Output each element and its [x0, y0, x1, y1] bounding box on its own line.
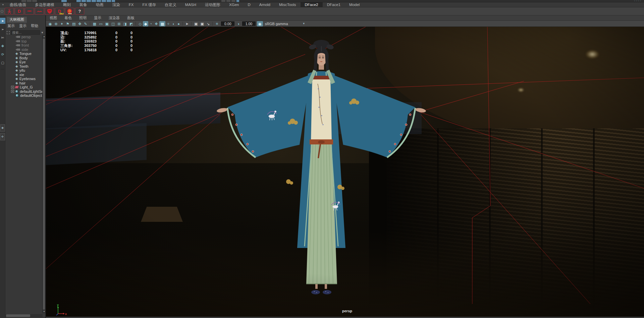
tab-cell[interactable] — [221, 0, 225, 2]
outliner-item[interactable]: ◈Teeth — [5, 64, 42, 69]
expand-icon[interactable]: + — [11, 90, 14, 93]
outliner-item[interactable]: ◈yifu — [5, 68, 42, 73]
field-chart-icon[interactable]: ⊞ — [116, 21, 122, 26]
tab-cell[interactable] — [231, 0, 235, 2]
menu-dface1[interactable]: DFace1 — [323, 2, 345, 7]
vp-menu-lighting[interactable]: 照明 — [75, 15, 90, 20]
outliner-vertical-scrollbar[interactable]: ▲ ▼ — [42, 35, 45, 313]
outliner-horizontal-scrollbar[interactable] — [5, 314, 43, 317]
outliner-item[interactable]: ◈Tongue — [5, 52, 42, 56]
outliner-item[interactable]: ◈Eye — [5, 60, 42, 64]
safe-title-icon[interactable]: ◩ — [128, 21, 134, 26]
camera-attributes-icon[interactable]: ✦ — [59, 21, 65, 26]
tab-cell-active[interactable] — [107, 0, 111, 2]
vp-menu-shading[interactable]: 着色 — [61, 15, 75, 20]
tab-cell-active[interactable] — [87, 0, 91, 2]
menu-sculpt[interactable]: 雕刻 — [59, 2, 75, 7]
resize-icon[interactable]: ↘ — [205, 21, 211, 26]
outliner-item[interactable]: persp — [5, 35, 42, 39]
menu-misctools[interactable]: MiscTools — [275, 2, 300, 7]
menu-curves-surfaces[interactable]: 曲线/曲面 — [5, 2, 31, 7]
menu-model[interactable]: Model — [345, 2, 364, 7]
outliner-item[interactable]: ◈xie — [5, 73, 42, 77]
isolate-select-icon[interactable]: ➤ — [184, 21, 190, 26]
tab-cell-active[interactable] — [82, 0, 86, 2]
flat-shade-icon[interactable]: ◔ — [148, 21, 153, 26]
layout-single-pane-button[interactable]: ❖ — [0, 124, 5, 132]
outliner-item[interactable]: +Light_G — [5, 85, 42, 89]
menu-fx[interactable]: FX — [124, 2, 138, 7]
tab-cell-active[interactable] — [112, 0, 115, 2]
scrollbar-thumb[interactable] — [43, 39, 45, 310]
wireframe-icon[interactable]: ◇ — [137, 21, 143, 26]
film-gate-icon[interactable]: ▭ — [98, 21, 104, 26]
expand-icon[interactable]: + — [11, 86, 14, 89]
window-handle-icon[interactable]: ● — [1, 3, 5, 6]
dface-d-button[interactable]: D — [15, 8, 24, 15]
shaded-icon[interactable]: ◆ — [143, 21, 148, 26]
vp-menu-panels[interactable]: 面板 — [123, 15, 138, 20]
menu-d[interactable]: D — [243, 2, 255, 7]
filter-icon[interactable] — [7, 31, 10, 34]
tab-cell-active[interactable] — [61, 0, 67, 2]
grease-pencil-icon[interactable]: ✎ — [83, 21, 89, 26]
tab-cell[interactable] — [27, 0, 32, 2]
menu-rigging[interactable]: 装备 — [75, 2, 92, 7]
color-management-icon[interactable]: ◉ — [257, 21, 263, 26]
use-all-lights-icon[interactable]: ✧ — [165, 21, 171, 26]
menu-dface2[interactable]: DFace2 — [301, 2, 323, 7]
outliner-item[interactable]: side — [5, 48, 42, 52]
menu-animation[interactable]: 动画 — [92, 2, 108, 7]
tab-cell-active[interactable] — [236, 0, 239, 2]
tab-cell-active[interactable] — [102, 0, 106, 2]
dface-badge-button[interactable]: D — [65, 8, 74, 15]
bookmark-icon[interactable]: ⚑ — [65, 21, 71, 26]
grid-icon[interactable]: ▦ — [92, 21, 98, 26]
3d-scene[interactable]: 顶点:17099100 边:32589200 面:15592300 三角形:30… — [46, 27, 644, 317]
menu-custom[interactable]: 自定义 — [160, 2, 181, 7]
outliner-item[interactable]: front — [5, 43, 42, 48]
select-camera-icon[interactable]: ◉ — [47, 21, 53, 26]
menu-rendering[interactable]: 渲染 — [108, 2, 124, 7]
menu-motion-graphics[interactable]: 运动图形 — [201, 2, 225, 7]
scroll-down-icon[interactable]: ▼ — [43, 310, 46, 313]
dface-beard-button[interactable] — [45, 8, 54, 15]
vp-menu-renderer[interactable]: 渲染器 — [105, 15, 123, 20]
exposure-icon[interactable]: ✳ — [214, 21, 220, 26]
menu-arnold[interactable]: Arnold — [255, 2, 275, 7]
exposure-field[interactable] — [221, 21, 234, 26]
tab-cell-active[interactable] — [76, 0, 81, 2]
scrollbar-thumb[interactable] — [6, 314, 30, 317]
vp-menu-show[interactable]: 显示 — [90, 15, 105, 20]
gamma-icon[interactable]: ◑ — [236, 21, 241, 26]
tab-cell-active[interactable] — [92, 0, 96, 2]
menu-xgen[interactable]: XGen — [225, 2, 243, 7]
tab-cell[interactable] — [21, 0, 26, 2]
outliner-item[interactable]: ◈Body — [5, 56, 42, 60]
gate-mask-icon[interactable]: ◫ — [110, 21, 116, 26]
outliner-menu-help[interactable]: 帮助 — [31, 23, 41, 28]
ambient-occlusion-icon[interactable]: ● — [176, 21, 181, 26]
vp-menu-view[interactable]: 视图 — [46, 15, 61, 20]
select-tool[interactable]: ➤ — [0, 18, 5, 24]
dface-mustache-button[interactable] — [35, 8, 44, 15]
tab-cell-active[interactable] — [97, 0, 101, 2]
lasso-tool[interactable]: ➢ — [0, 26, 5, 32]
dface-figure-button[interactable] — [5, 8, 14, 15]
tab-cell[interactable] — [226, 0, 230, 2]
outliner-item[interactable]: +defaultLightSet — [5, 89, 42, 94]
safe-action-icon[interactable]: ◨ — [122, 21, 128, 26]
layout-four-pane-button[interactable]: ✛ — [0, 133, 5, 140]
dface-eyelid-button[interactable] — [25, 8, 34, 15]
textured-icon[interactable]: ▩ — [159, 21, 165, 26]
outliner-menu-display[interactable]: 展示 — [7, 23, 18, 28]
tab-cell[interactable] — [32, 0, 37, 2]
outliner-item[interactable]: top — [5, 39, 42, 44]
outliner-menu-show[interactable]: 显示 — [19, 23, 30, 28]
search-dropdown-icon[interactable]: ▼ — [41, 31, 44, 34]
snapshot-multi-icon[interactable]: ▣ — [199, 21, 205, 26]
shelf-options-icon[interactable] — [1, 10, 3, 13]
2d-pan-zoom-icon[interactable]: ✥ — [77, 21, 83, 26]
lock-camera-icon[interactable]: ⊕ — [53, 21, 59, 26]
move-tool[interactable]: ✥ — [0, 43, 5, 49]
